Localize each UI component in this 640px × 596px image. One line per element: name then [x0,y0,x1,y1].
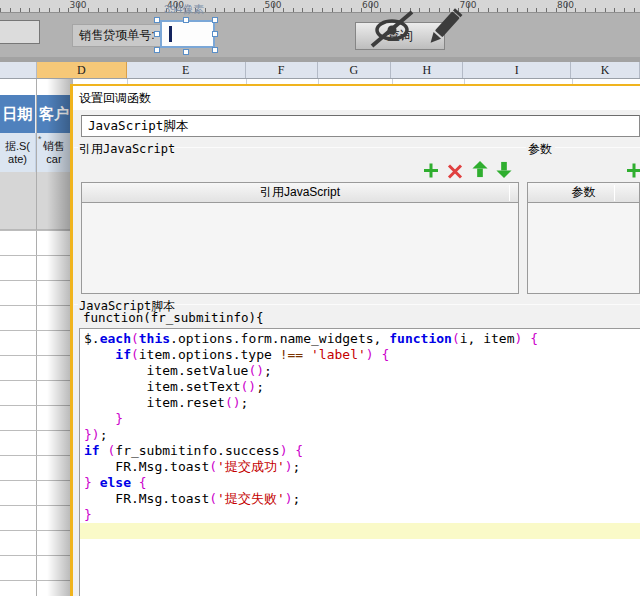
resize-handle[interactable] [212,17,218,23]
function-signature: function(fr_submitinfo){ [83,310,264,325]
ruler-tick [117,8,118,12]
ruler-tick [283,8,284,12]
callback-dialog: 设置回调函数 JavaScript脚本 引用JavaScript 参数 [70,84,640,596]
column-header-D[interactable]: D [37,62,127,78]
ruler-tick [488,8,489,12]
resize-handle[interactable] [212,47,218,53]
ruler-tick [234,8,235,12]
column-header-H[interactable]: H [391,62,463,78]
ruler-tick [312,8,313,12]
code-line: item.setText(); [84,379,640,395]
column-header-I[interactable]: I [463,62,571,78]
ruler-label: 800 [557,0,574,10]
column-header-stub[interactable] [0,62,37,78]
add-param-icon[interactable] [626,162,640,179]
code-line: } [84,411,640,427]
ruler-tick [575,8,576,12]
column-gridline [36,79,37,596]
ruler-tick [536,8,537,12]
ruler-tick [88,8,89,12]
widget-size-tooltip: 394像素 [164,2,204,17]
column-header-E[interactable]: E [127,62,246,78]
horizontal-ruler: 300400500600700800 [0,0,640,13]
ruler-tick [0,8,1,12]
ref-js-list-header[interactable]: 引用JavaScript [82,183,518,203]
ruler-tick [29,8,30,12]
resize-handle[interactable] [183,17,189,23]
form-design-canvas: 销售贷项单号: 394像素 查询 [0,14,640,57]
resize-handle[interactable] [154,17,160,23]
column-header-K[interactable]: K [571,62,640,78]
ref-js-list[interactable]: 引用JavaScript [81,182,519,294]
cell-comment-marker: * [38,134,42,144]
ruler-tick [322,8,323,12]
ruler-tick [332,8,333,12]
report-sheet[interactable]: 日期 客户 据.S( ate) 销售 car * [0,79,73,596]
resize-handle[interactable] [212,31,218,37]
ruler-tick [39,8,40,12]
ruler-tick [546,8,547,12]
code-line: } [84,507,640,523]
visibility-off-icon [368,8,418,50]
ruler-tick [49,8,50,12]
column-header-G[interactable]: G [318,62,392,78]
ruler-tick [624,8,625,12]
header-separator [509,185,510,201]
move-down-icon[interactable] [496,161,512,178]
ruler-tick [293,8,294,12]
code-line: $.each(this.options.form.name_widgets, f… [84,331,640,347]
ruler-tick [98,8,99,12]
ruler-tick [634,8,635,12]
ruler-tick [507,8,508,12]
ruler-tick [302,8,303,12]
ruler-label: 500 [264,0,281,10]
textbox-widget-partial[interactable] [0,20,40,44]
resize-handle[interactable] [154,31,160,37]
ruler-tick [614,8,615,12]
code-line: item.reset(); [84,395,640,411]
group-label-ref-js: 引用JavaScript [79,141,175,158]
ruler-tick [127,8,128,12]
group-line [171,147,523,148]
code-editor[interactable]: $.each(this.options.form.name_widgets, f… [79,328,640,596]
group-line [522,147,526,148]
resize-handle[interactable] [154,47,160,53]
resize-handle[interactable] [183,49,189,55]
ruler-tick [107,8,108,12]
code-line: if (fr_submitinfo.success) { [84,443,640,459]
ruler-tick [137,8,138,12]
column-header-row: DEFGHIK [0,62,640,79]
column-header-F[interactable]: F [246,62,318,78]
cell-formula-date[interactable]: 据.S( ate) [0,133,36,172]
ruler-tick [146,8,147,12]
ruler-tick [351,8,352,12]
ruler-tick [205,8,206,12]
ruler-label: 300 [69,0,86,10]
code-line: if(item.options.type !== 'label') { [84,347,640,363]
ruler-tick [585,8,586,12]
selected-text-input[interactable] [160,20,215,48]
delete-icon[interactable] [447,163,463,180]
ruler-tick [517,8,518,12]
ruler-tick [595,8,596,12]
cell-date-header[interactable]: 日期 [0,95,36,133]
field-label: 销售贷项单号: [72,24,162,47]
text-caret [169,26,172,42]
move-up-icon[interactable] [472,161,488,178]
ruler-tick [341,8,342,12]
dialog-title: 设置回调函数 [73,86,640,110]
code-line: FR.Msg.toast('提交成功'); [84,459,640,475]
ruler-tick [497,8,498,12]
code-line: item.setValue(); [84,363,640,379]
params-list-header[interactable]: 参数 [528,183,639,203]
params-list[interactable]: 参数 [527,182,640,294]
ruler-tick [244,8,245,12]
group-label-params: 参数 [528,141,552,158]
code-line-highlighted [80,523,640,539]
code-line: } else { [84,475,640,491]
ruler-tick [215,8,216,12]
add-icon[interactable] [423,162,439,179]
designer-window: 300400500600700800 销售贷项单号: 394像素 查询 [0,0,640,596]
event-name-input[interactable]: JavaScript脚本 [81,115,640,137]
edit-pencil-icon [420,4,468,52]
